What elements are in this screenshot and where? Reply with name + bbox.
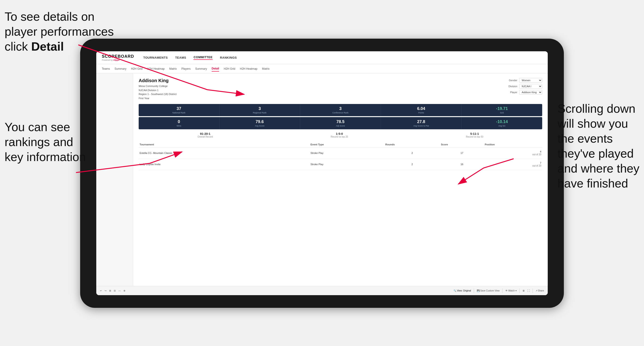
player-select[interactable]: Addison King: [519, 90, 542, 95]
stat-avg-sg-label: Avg SG: [464, 125, 540, 127]
player-filter-label: Player: [510, 91, 517, 94]
toolbar-redo[interactable]: ↪: [104, 289, 106, 292]
col-rounds: Rounds: [384, 142, 440, 148]
stat-points-value: 6.04: [383, 106, 460, 111]
cell-rounds-1: 2: [384, 148, 440, 159]
stat-national-rank-value: 37: [140, 106, 218, 111]
record-overall-value: 91-20-1: [198, 132, 213, 136]
nav-items: TOURNAMENTS TEAMS COMMITTEE RANKINGS: [143, 55, 237, 60]
stat-adj-score: 78.5 Adj Score: [300, 117, 381, 129]
player-year: First Year: [139, 96, 176, 101]
player-region: Region 1 - Southwest (18) District: [139, 92, 176, 96]
stat-sos: -19.71 SoS: [462, 104, 542, 116]
col-position: Position: [484, 142, 542, 148]
logo-scoreboard: SCOREBOARD: [102, 54, 134, 59]
main-content: Addison King Mesa Community College NJCA…: [96, 73, 548, 286]
stat-regional-rank: 3 Regional Rank: [220, 104, 300, 116]
stat-points-label: Points: [383, 112, 460, 114]
table-row: Lady Coyote Invite Stroke Play 2 16 7out…: [139, 159, 542, 170]
stats-row-1: 37 National Rank 3 Regional Rank 3 Confe…: [139, 104, 542, 116]
toolbar-btn6[interactable]: ⊕: [124, 289, 125, 292]
stat-avg-score: 79.6 Avg Score: [220, 117, 300, 129]
record-overall: 91-20-1 Overall Record: [198, 132, 213, 138]
logo-area: SCOREBOARD Powered by clippd: [102, 54, 134, 61]
toolbar-view-original[interactable]: 🔍 View: Original: [454, 289, 471, 292]
toolbar-undo[interactable]: ↩: [100, 289, 102, 292]
record-overall-label: Overall Record: [198, 136, 213, 138]
gender-label: Gender: [509, 79, 517, 82]
stat-points: 6.04 Points: [381, 104, 462, 116]
cell-position-1: 4out of 20: [484, 148, 542, 159]
toolbar-share[interactable]: ↗ Share: [536, 289, 544, 292]
annotation-bottom-left: You can seerankings andkey information: [4, 120, 86, 165]
player-filters: Gender Women Men Division NJCAA I NJCAA …: [508, 78, 542, 100]
cell-event-type-1: Stroke Play: [310, 148, 384, 159]
annotation-bottom-left-text: You can seerankings andkey information: [4, 120, 86, 164]
sub-nav-players[interactable]: Players: [181, 66, 190, 71]
tablet-screen: SCOREBOARD Powered by clippd TOURNAMENTS…: [96, 51, 548, 295]
stat-adj-score-value: 78.5: [302, 119, 379, 124]
sub-nav-h2hgrid[interactable]: H2H Grid: [131, 66, 142, 71]
tournament-table: Tournament Event Type Rounds Score Posit…: [139, 142, 542, 170]
nav-rankings[interactable]: RANKINGS: [220, 56, 237, 59]
player-name: Addison King: [139, 78, 176, 83]
toolbar-display[interactable]: 🖥: [522, 289, 525, 292]
division-select[interactable]: NJCAA I NJCAA II: [519, 84, 542, 89]
cell-position-2: 7out of 20: [484, 159, 542, 170]
toolbar-btn3[interactable]: ⊞: [109, 289, 111, 292]
record-top25: 1-5-0 Record vs top 25: [331, 132, 348, 138]
sub-nav-h2hheatmap[interactable]: H2H Heatmap: [147, 66, 165, 71]
toolbar-btn4[interactable]: ⊟: [114, 289, 116, 292]
stat-avg-score-value: 79.6: [221, 119, 298, 124]
nav-committee[interactable]: COMMITTEE: [194, 55, 212, 60]
nav-teams[interactable]: TEAMS: [175, 56, 186, 59]
records-row: 91-20-1 Overall Record 1-5-0 Record vs t…: [139, 132, 542, 138]
sub-nav-detail[interactable]: Detail: [212, 66, 219, 72]
table-row: Estella CC- Mountain Classic Stroke Play…: [139, 148, 542, 159]
player-division: NJCAA Division 1: [139, 88, 176, 92]
sub-nav: Teams Summary H2H Grid H2H Heatmap Matri…: [96, 64, 548, 73]
stat-adj-score-label: Adj Score: [302, 125, 379, 127]
stat-avg-score-to-par-label: Avg Score to Par: [383, 125, 460, 127]
record-top25-label: Record vs top 25: [331, 136, 348, 138]
sub-nav-matrix[interactable]: Matrix: [169, 66, 177, 71]
toolbar-save-custom[interactable]: 💾 Save Custom View: [477, 289, 500, 292]
sidebar: [96, 73, 133, 286]
player-filter-row: Player Addison King: [510, 90, 542, 95]
col-tournament: Tournament: [139, 142, 310, 148]
top-nav: SCOREBOARD Powered by clippd TOURNAMENTS…: [96, 51, 548, 64]
detail-pane: Addison King Mesa Community College NJCA…: [133, 73, 548, 286]
annotation-top-left: To see details onplayer performancesclic…: [4, 9, 114, 54]
tablet-frame: SCOREBOARD Powered by clippd TOURNAMENTS…: [80, 39, 564, 308]
stat-avg-score-label: Avg Score: [221, 125, 298, 127]
stat-sos-value: -19.71: [464, 106, 540, 111]
sub-nav-teams[interactable]: Teams: [102, 66, 110, 71]
sub-nav-summary2[interactable]: Summary: [195, 66, 207, 71]
sub-nav-h2hheatmap2[interactable]: H2H Heatmap: [240, 66, 257, 71]
cell-event-type-2: Stroke Play: [310, 159, 384, 170]
cell-score-2: 16: [440, 159, 484, 170]
record-top25-value: 1-5-0: [331, 132, 348, 136]
nav-tournaments[interactable]: TOURNAMENTS: [143, 56, 168, 59]
col-score: Score: [440, 142, 484, 148]
stat-sos-label: SoS: [464, 112, 540, 114]
stat-conference-rank: 3 Conference Rank: [300, 104, 381, 116]
gender-select[interactable]: Women Men: [519, 78, 542, 83]
cell-rounds-2: 2: [384, 159, 440, 170]
stat-national-rank-label: National Rank: [140, 112, 218, 114]
sub-nav-matrix2[interactable]: Matrix: [262, 66, 270, 71]
record-top50-label: Record vs top 50: [466, 136, 484, 138]
player-school: Mesa Community College: [139, 84, 176, 88]
record-top50-value: 5-11-1: [466, 132, 484, 136]
stat-conference-rank-label: Conference Rank: [302, 112, 379, 114]
division-filter-row: Division NJCAA I NJCAA II: [508, 84, 542, 89]
toolbar-watch[interactable]: 👁 Watch ▾: [505, 289, 517, 292]
toolbar-btn5[interactable]: —: [118, 289, 121, 292]
stat-wins: 0 Wins: [139, 117, 220, 129]
sub-nav-summary[interactable]: Summary: [114, 66, 126, 71]
stat-wins-value: 0: [140, 119, 218, 124]
annotation-detail-bold: Detail: [31, 40, 64, 53]
toolbar-fullscreen[interactable]: ⛶: [528, 289, 530, 292]
stat-regional-rank-value: 3: [221, 106, 298, 111]
sub-nav-h2hgrid2[interactable]: H2H Grid: [224, 66, 235, 71]
